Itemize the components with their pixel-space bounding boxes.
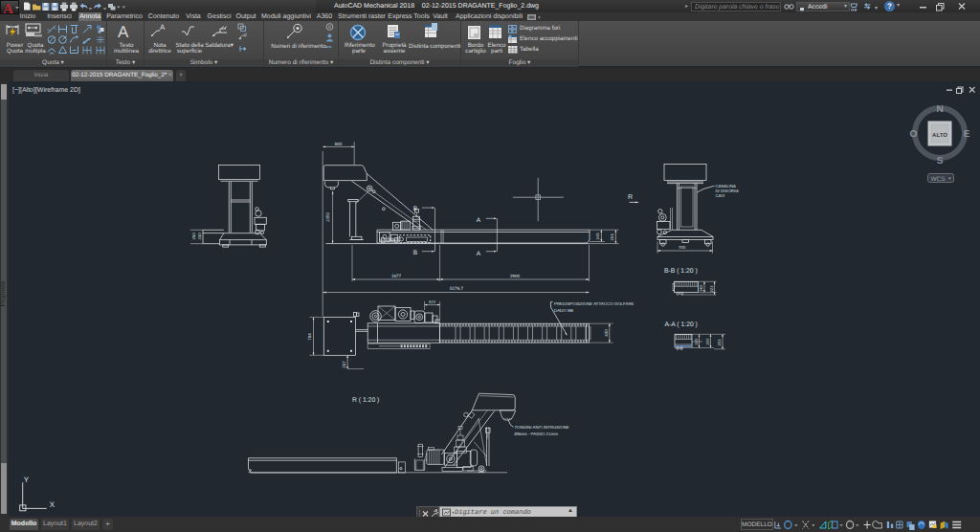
svg-text:293: 293 — [717, 339, 722, 346]
svg-text:230: 230 — [197, 233, 202, 240]
svg-text:TONDINI ANTI INTRUSIONE: TONDINI ANTI INTRUSIONE — [515, 425, 569, 430]
svg-text:R: R — [628, 194, 633, 201]
svg-text:260: 260 — [699, 284, 703, 292]
svg-text:E: E — [964, 129, 970, 140]
svg-text:A: A — [477, 251, 481, 257]
svg-text:CANALINA: CANALINA — [716, 184, 737, 188]
svg-text:O: O — [910, 129, 918, 140]
svg-text:245: 245 — [694, 338, 699, 345]
svg-text:245: 245 — [595, 233, 600, 240]
svg-text:B: B — [413, 250, 417, 256]
svg-text:700: 700 — [679, 245, 686, 250]
svg-text:N: N — [936, 104, 943, 115]
svg-text:A-A ( 1:20 ): A-A ( 1:20 ) — [665, 321, 698, 328]
svg-text:DADO M8: DADO M8 — [554, 308, 574, 313]
svg-text:1677: 1677 — [391, 274, 402, 278]
svg-text:223: 223 — [709, 285, 714, 293]
svg-text:B-B ( 1:20 ): B-B ( 1:20 ) — [664, 268, 698, 275]
svg-text:CAVI: CAVI — [716, 193, 725, 198]
svg-text:PREDISPOSIZIONE ATTACCO GOLFAR: PREDISPOSIZIONE ATTACCO GOLFARE — [554, 301, 635, 306]
svg-text:260: 260 — [191, 233, 196, 240]
svg-text:ALTO: ALTO — [932, 132, 947, 139]
svg-text:A: A — [3, 2, 13, 15]
svg-text:Y: Y — [24, 476, 30, 484]
svg-text:794: 794 — [307, 333, 312, 341]
svg-text:322: 322 — [429, 299, 436, 304]
svg-text:DI DISCESA: DI DISCESA — [716, 188, 739, 193]
svg-text:430: 430 — [604, 329, 609, 337]
svg-text:B: B — [413, 206, 417, 212]
svg-text:267: 267 — [342, 361, 346, 368]
svg-text:2900: 2900 — [510, 274, 521, 278]
svg-text:293: 293 — [610, 233, 614, 241]
svg-text:255: 255 — [705, 338, 710, 345]
svg-text:Ø8mm - PASSO 21mm: Ø8mm - PASSO 21mm — [515, 432, 559, 436]
svg-text:5176,7: 5176,7 — [450, 286, 463, 291]
svg-text:S: S — [937, 156, 944, 166]
svg-text:WCS: WCS — [930, 176, 946, 183]
svg-text:1050: 1050 — [325, 211, 330, 222]
svg-text:X: X — [50, 500, 56, 509]
svg-text:R ( 1:20 ): R ( 1:20 ) — [352, 397, 379, 404]
svg-text:600: 600 — [335, 142, 343, 146]
svg-text:A: A — [477, 217, 481, 224]
